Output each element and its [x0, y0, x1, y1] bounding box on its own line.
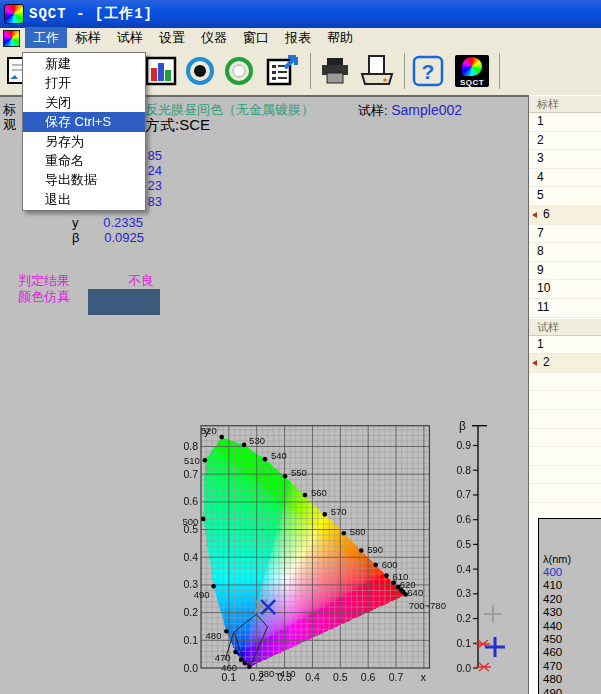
standard-list-item[interactable]: 9	[529, 262, 601, 281]
wavelength-item[interactable]: 410	[539, 579, 601, 592]
print-preview-button[interactable]	[356, 52, 398, 90]
wavelength-item[interactable]: 450	[539, 633, 601, 646]
empty-row	[529, 429, 601, 448]
file-menu-item[interactable]: 重命名	[23, 151, 145, 170]
wavelength-item[interactable]: 430	[539, 606, 601, 619]
panel-gap	[529, 518, 538, 694]
standard-list-item[interactable]: 10	[529, 280, 601, 299]
standard-list-item[interactable]: 8	[529, 243, 601, 262]
current-item-marker	[532, 360, 537, 366]
standard-measure-button[interactable]	[181, 52, 219, 90]
menubar-item[interactable]: 设置	[151, 27, 193, 49]
sample-label: 试样:	[358, 103, 388, 118]
standard-list-item[interactable]: 4	[529, 169, 601, 188]
standard-list-item[interactable]: 11	[529, 299, 601, 318]
standard-list-item[interactable]: 3	[529, 150, 601, 169]
toolbar-separator	[499, 53, 500, 89]
print-preview-icon	[358, 54, 396, 88]
file-menu-item[interactable]: 打开	[23, 73, 145, 92]
app-icon	[4, 4, 24, 24]
wavelength-panel: λ(nm) 400410420430440450460470480490	[538, 518, 601, 694]
trial-list: 12	[529, 336, 601, 541]
wavelength-item[interactable]: 470	[539, 660, 601, 673]
standard-list-item[interactable]: 6	[529, 206, 601, 225]
standard-list-item[interactable]: 7	[529, 225, 601, 244]
window-title: SQCT - [工作1]	[29, 5, 153, 23]
help-icon: ?	[411, 54, 445, 88]
wavelength-header: λ(nm)	[539, 519, 601, 566]
wavelength-item[interactable]: 420	[539, 593, 601, 606]
simulation-label: 颜色仿真	[18, 288, 70, 306]
empty-row	[529, 447, 601, 466]
sample-measure-button[interactable]	[220, 52, 258, 90]
report-export-icon	[265, 54, 301, 88]
empty-row	[529, 484, 601, 503]
wavelength-item[interactable]: 460	[539, 646, 601, 659]
value-row-beta-label: β	[72, 230, 79, 245]
menubar-item[interactable]: 仪器	[193, 27, 235, 49]
judge-value: 不良	[128, 272, 154, 290]
bar-chart-icon	[145, 55, 177, 87]
sqct-logo-text: SQCT	[455, 78, 489, 87]
file-menu-item[interactable]: 保存 Ctrl+S	[23, 112, 145, 131]
chromaticity-gamut	[201, 426, 429, 668]
standard-target-icon	[183, 54, 217, 88]
svg-text:?: ?	[422, 60, 435, 83]
print-icon	[318, 55, 352, 87]
trial-list-header: 试样	[529, 318, 601, 336]
wavelength-item[interactable]: 480	[539, 673, 601, 686]
standard-list-header: 标样	[529, 95, 601, 113]
chart-view-button[interactable]	[144, 52, 178, 90]
standard-list: 1234567891011	[529, 113, 601, 318]
file-menu-item[interactable]: 关闭	[23, 93, 145, 112]
empty-row	[529, 410, 601, 429]
standard-list-item[interactable]: 5	[529, 187, 601, 206]
menubar-item[interactable]: 窗口	[235, 27, 277, 49]
empty-row	[529, 373, 601, 392]
value-row-beta: β 0.0925	[72, 228, 144, 246]
sample-target-icon	[222, 54, 256, 88]
file-menu-item[interactable]: 新建	[23, 54, 145, 73]
file-menu-item[interactable]: 导出数据	[23, 170, 145, 189]
right-sidebar: 标样 1234567891011 试样 12 λ(nm) 40041042043…	[528, 95, 601, 694]
file-menu-item[interactable]: 另存为	[23, 132, 145, 151]
title-bar: SQCT - [工作1]	[0, 0, 601, 28]
color-simulation-swatch	[88, 289, 160, 315]
menubar-item[interactable]: 试样	[109, 27, 151, 49]
value-row-beta-value: 0.0925	[84, 230, 144, 245]
menubar-item[interactable]: 标样	[67, 27, 109, 49]
file-menu-item[interactable]: 退出	[23, 190, 145, 209]
toolbar-separator	[404, 53, 405, 89]
toolbar-separator	[310, 53, 311, 89]
trial-list-item[interactable]: 2	[529, 354, 601, 373]
print-button[interactable]	[316, 52, 354, 90]
sample-name: Sample002	[391, 102, 462, 118]
file-menu-dropdown: 新建打开关闭保存 Ctrl+S另存为重命名导出数据退出	[22, 52, 146, 211]
help-button[interactable]: ?	[410, 52, 446, 90]
standard-list-item[interactable]: 1	[529, 113, 601, 132]
current-item-marker	[532, 212, 537, 218]
wavelength-item[interactable]: 400	[539, 566, 601, 579]
sqct-logo-button[interactable]: SQCT	[452, 52, 492, 90]
menubar-item[interactable]: 报表	[277, 27, 319, 49]
standard-list-item[interactable]: 2	[529, 132, 601, 151]
mdi-child-icon[interactable]	[3, 30, 20, 47]
wavelength-item[interactable]: 490	[539, 687, 601, 694]
trial-list-item[interactable]: 1	[529, 336, 601, 355]
report-export-button[interactable]	[263, 52, 303, 90]
measure-mode: 方式:SCE	[145, 116, 210, 135]
menubar-item[interactable]: 帮助	[319, 27, 361, 49]
empty-row	[529, 466, 601, 485]
menu-bar: 工作标样试样设置仪器窗口报表帮助	[0, 28, 601, 49]
left-label-2: 观	[3, 116, 16, 134]
sample-row: 试样: Sample002	[358, 102, 462, 120]
empty-row	[529, 391, 601, 410]
menubar-item[interactable]: 工作	[25, 27, 67, 49]
sqct-logo-icon: SQCT	[455, 55, 489, 87]
wavelength-item[interactable]: 440	[539, 620, 601, 633]
